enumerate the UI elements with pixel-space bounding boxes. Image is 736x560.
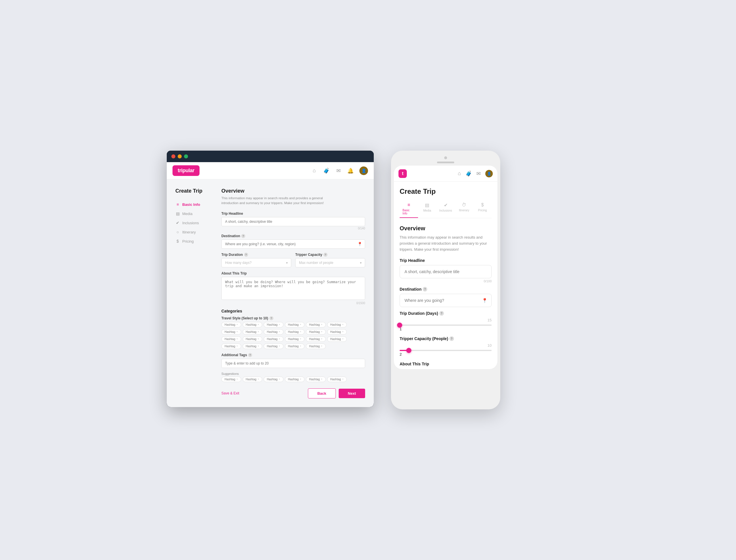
save-exit-button[interactable]: Save & Exit [221, 391, 239, 395]
sidebar-media-label: Media [182, 212, 192, 216]
destination-input[interactable] [221, 239, 365, 249]
sidebar-basic-info-label: Basic Info [182, 202, 200, 207]
additional-tags-help-icon[interactable]: ? [248, 353, 252, 357]
tag-chip[interactable]: Hashtag+ [221, 322, 241, 327]
suggestion-tag[interactable]: Hashtag+ [221, 377, 241, 382]
categories-section: Categories Travel Style (Select up to 10… [221, 309, 365, 382]
traffic-yellow[interactable] [178, 154, 182, 158]
nav-bell-icon[interactable]: 🔔 [347, 168, 354, 174]
tag-chip[interactable]: Hashtag+ [221, 329, 241, 335]
tag-chip[interactable]: Hashtag+ [264, 329, 283, 335]
mobile-trip-headline-label: Trip Headline [400, 258, 492, 263]
mobile-tab-itinerary[interactable]: ⏱ Itinerary [455, 200, 473, 218]
mobile-avatar[interactable]: 👤 [485, 170, 493, 177]
back-button[interactable]: Back [308, 388, 336, 398]
mobile-page-title: Create Trip [400, 187, 492, 195]
trip-duration-help-icon[interactable]: ? [244, 253, 248, 257]
suggestion-tags: Hashtag+ Hashtag+ Hashtag+ Hashtag+ Hash… [221, 377, 365, 382]
tag-chip[interactable]: Hashtag+ [243, 336, 262, 342]
mobile-trip-duration-value: 1 [400, 327, 492, 331]
mobile-destination-help-icon[interactable]: ? [423, 287, 427, 291]
additional-tags-input[interactable] [221, 359, 365, 368]
suggestion-tag[interactable]: Hashtag+ [285, 377, 305, 382]
tag-chip[interactable]: Hashtag+ [221, 344, 241, 349]
suggestion-tag[interactable]: Hashtag+ [306, 377, 326, 382]
destination-label: Destination ? [221, 234, 365, 238]
tag-chip[interactable]: Hashtag+ [285, 329, 305, 335]
mobile-tripper-capacity-thumb[interactable] [406, 348, 411, 353]
mobile-tripper-capacity-group: Tripper Capacity (People) ? 10 2 [400, 336, 492, 356]
mobile-destination-input[interactable] [400, 294, 492, 307]
mobile-speaker [437, 162, 454, 163]
tag-chip[interactable]: Hashtag+ [264, 344, 283, 349]
traffic-red[interactable] [171, 154, 175, 158]
tags-row-1: Hashtag+ Hashtag+ Hashtag+ Hashtag+ Hash… [221, 322, 365, 327]
suggestion-tag[interactable]: Hashtag+ [243, 377, 262, 382]
sidebar-item-inclusions[interactable]: ✔ Inclusions [175, 218, 213, 227]
mobile-tripper-capacity-help-icon[interactable]: ? [449, 336, 454, 341]
sidebar-item-itinerary[interactable]: ○ Itinerary [175, 227, 213, 237]
tag-chip[interactable]: Hashtag+ [285, 344, 305, 349]
tag-chip[interactable]: Hashtag+ [327, 336, 347, 342]
nav-avatar[interactable]: 👤 [359, 166, 368, 175]
tag-chip[interactable]: Hashtag+ [306, 329, 326, 335]
tripper-capacity-select-wrapper: Max number of people ▼ [295, 258, 365, 267]
tag-chip[interactable]: Hashtag+ [221, 336, 241, 342]
tag-chip[interactable]: Hashtag+ [243, 344, 262, 349]
next-button[interactable]: Next [339, 389, 365, 398]
tag-chip[interactable]: Hashtag+ [285, 322, 305, 327]
tripper-capacity-select[interactable]: Max number of people [295, 258, 365, 267]
mobile-suitcase-icon[interactable]: 🧳 [465, 170, 472, 177]
tag-chip[interactable]: Hashtag+ [327, 322, 347, 327]
desktop-page-title: Create Trip [175, 188, 213, 194]
overview-desc: This information may appear in search re… [221, 196, 336, 206]
about-trip-textarea[interactable] [221, 277, 365, 300]
nav-mail-icon[interactable]: ✉ [335, 168, 342, 174]
nav-home-icon[interactable]: ⌂ [311, 168, 317, 174]
tag-chip[interactable]: Hashtag+ [264, 322, 283, 327]
tag-chip[interactable]: Hashtag+ [306, 322, 326, 327]
tag-chip[interactable]: Hashtag+ [306, 336, 326, 342]
trip-headline-input[interactable] [221, 217, 365, 226]
traffic-green[interactable] [184, 154, 188, 158]
nav-suitcase-icon[interactable]: 🧳 [323, 168, 329, 174]
mobile-logo[interactable]: t [398, 169, 407, 178]
suggestion-tag[interactable]: Hashtag+ [327, 377, 347, 382]
mobile-tab-pricing[interactable]: $ Pricing [473, 200, 492, 218]
tag-chip[interactable]: Hashtag+ [243, 322, 262, 327]
tripper-capacity-help-icon[interactable]: ? [323, 253, 327, 257]
mobile-trip-headline-input[interactable] [400, 265, 492, 278]
sidebar-pricing-label: Pricing [182, 239, 194, 243]
desktop-nav-icons: ⌂ 🧳 ✉ 🔔 👤 [311, 166, 368, 175]
tag-chip[interactable]: Hashtag+ [264, 336, 283, 342]
mobile-tab-basic-info[interactable]: ≡ Basic Info [400, 200, 418, 218]
duration-capacity-row: Trip Duration ? How many days? ▼ [221, 253, 365, 271]
sidebar-inclusions-icon: ✔ [175, 220, 180, 225]
sidebar-item-basic-info[interactable]: ≡ Basic Info [175, 200, 213, 209]
trip-duration-select[interactable]: How many days? [221, 258, 291, 267]
desktop-content: tripular ⌂ 🧳 ✉ 🔔 👤 Create Trip ≡ Basic I… [167, 162, 374, 407]
categories-title: Categories [221, 309, 365, 313]
sidebar-itinerary-icon: ○ [175, 230, 180, 234]
mobile-tab-itinerary-icon: ⏱ [462, 202, 466, 208]
travel-style-help-icon[interactable]: ? [269, 316, 273, 320]
tags-row-3: Hashtag+ Hashtag+ Hashtag+ Hashtag+ Hash… [221, 336, 365, 342]
mobile-home-icon[interactable]: ⌂ [458, 170, 461, 177]
destination-help-icon[interactable]: ? [241, 234, 245, 238]
mobile-trip-duration-thumb[interactable] [397, 323, 402, 328]
sidebar-item-pricing[interactable]: $ Pricing [175, 237, 213, 246]
tag-chip[interactable]: Hashtag+ [327, 329, 347, 335]
tag-chip[interactable]: Hashtag+ [285, 336, 305, 342]
mobile-tab-media[interactable]: ▤ Media [418, 200, 436, 218]
mobile-tab-inclusions[interactable]: ✔ Inclusions [436, 200, 455, 218]
sidebar-inclusions-label: Inclusions [182, 221, 199, 225]
sidebar-item-media[interactable]: ▤ Media [175, 209, 213, 218]
tag-chip[interactable]: Hashtag+ [243, 329, 262, 335]
tag-chip[interactable]: Hashtag+ [306, 344, 326, 349]
desktop-logo[interactable]: tripular [173, 165, 200, 176]
mobile-trip-duration-track [400, 325, 492, 326]
mobile-trip-duration-help-icon[interactable]: ? [439, 311, 444, 316]
mobile-mail-icon[interactable]: ✉ [476, 170, 481, 177]
suggestion-tag[interactable]: Hashtag+ [264, 377, 283, 382]
overview-title: Overview [221, 188, 365, 194]
